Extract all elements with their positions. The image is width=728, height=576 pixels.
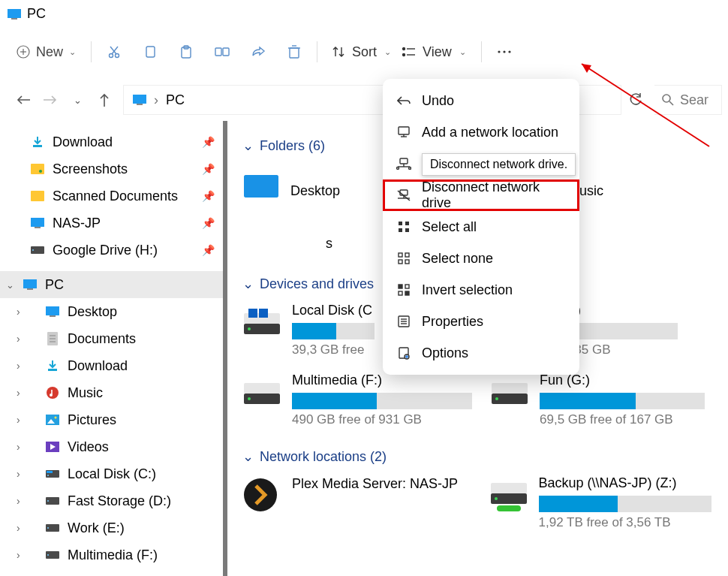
delete-icon[interactable] — [287, 44, 302, 59]
chevron-down-icon[interactable]: ⌄ — [6, 279, 14, 291]
new-button[interactable]: New ⌄ — [17, 44, 76, 60]
sidebar-item-music[interactable]: ›Music — [0, 379, 225, 406]
cm-invert-selection[interactable]: Invert selection — [383, 274, 579, 306]
up-button[interactable] — [96, 92, 113, 108]
drive-multi-f[interactable]: Multimedia (F:) 490 GB free of 931 GB — [242, 372, 468, 427]
sidebar-item-download[interactable]: ›Download — [0, 352, 225, 379]
cm-select-none[interactable]: Select none — [383, 243, 579, 274]
sidebar-item-download[interactable]: Download📌 — [0, 128, 225, 155]
network-grid: Plex Media Server: NAS-JP Backup (\\NAS-… — [242, 475, 713, 545]
svg-rect-94 — [399, 222, 402, 225]
sort-label: Sort — [352, 44, 377, 60]
cm-undo[interactable]: Undo — [383, 85, 579, 116]
sidebar-item-fastd[interactable]: ›Fast Storage (D:) — [0, 487, 225, 514]
svg-rect-44 — [48, 369, 57, 371]
search-icon — [662, 94, 674, 106]
svg-point-88 — [397, 167, 399, 170]
chevron-right-icon[interactable]: › — [17, 306, 20, 318]
pin-icon: 📌 — [202, 163, 215, 175]
sidebar-item-scanned[interactable]: Scanned Documents📌 — [0, 182, 225, 210]
svg-point-23 — [508, 50, 510, 53]
sidebar-item-worke[interactable]: ›Work (E:) — [0, 514, 225, 541]
svg-rect-95 — [405, 222, 409, 225]
svg-rect-25 — [137, 104, 143, 105]
copy-icon[interactable] — [143, 44, 158, 59]
tooltip: Disconnect network drive. — [422, 153, 576, 176]
svg-point-46 — [50, 394, 53, 397]
svg-rect-96 — [399, 228, 402, 232]
titlebar: PC — [0, 0, 728, 28]
svg-point-73 — [248, 397, 251, 400]
paste-icon[interactable] — [179, 44, 194, 59]
svg-rect-32 — [31, 218, 44, 227]
sidebar-item-pictures[interactable]: ›Pictures — [0, 406, 225, 433]
view-button[interactable]: View ⌄ — [402, 44, 466, 60]
cut-icon[interactable] — [107, 44, 122, 59]
folder-pictures[interactable]: s — [242, 217, 332, 270]
cm-select-all[interactable]: Select all — [383, 211, 579, 243]
drive-fun-g[interactable]: Fun (G:) 69,5 GB free of 167 GB — [490, 372, 700, 427]
svg-point-67 — [248, 327, 251, 330]
svg-rect-28 — [33, 145, 42, 147]
breadcrumb-location[interactable]: PC — [166, 92, 185, 108]
network-map-icon — [396, 156, 411, 171]
chevron-right-icon[interactable]: › — [17, 387, 20, 399]
sidebar-item-localc[interactable]: ›Local Disk (C:) — [0, 460, 225, 487]
chevron-right-icon[interactable]: › — [17, 441, 20, 453]
separator — [91, 41, 92, 62]
svg-point-56 — [47, 500, 49, 502]
svg-point-60 — [47, 554, 49, 556]
cm-options[interactable]: Options — [383, 337, 579, 369]
chevron-right-icon[interactable]: › — [17, 333, 20, 345]
svg-rect-101 — [405, 260, 409, 264]
svg-point-80 — [495, 497, 498, 500]
cm-disconnect-network[interactable]: Disconnect network drive — [383, 179, 579, 211]
forward-button[interactable] — [42, 92, 59, 108]
back-button[interactable] — [15, 92, 32, 108]
chevron-right-icon[interactable]: › — [17, 549, 20, 561]
svg-rect-39 — [50, 315, 56, 317]
svg-point-26 — [663, 95, 670, 102]
chevron-right-icon[interactable]: › — [17, 360, 20, 372]
sidebar-item-documents[interactable]: ›Documents — [0, 325, 225, 352]
chevron-right-icon[interactable]: › — [17, 522, 20, 534]
chevron-down-icon: ⌄ — [242, 276, 254, 292]
pin-icon: 📌 — [202, 244, 215, 256]
sidebar-item-videos[interactable]: ›Videos — [0, 433, 225, 460]
recent-button[interactable]: ⌄ — [69, 92, 86, 108]
sidebar-item-pc[interactable]: ⌄ PC — [0, 271, 225, 298]
refresh-button[interactable] — [627, 92, 644, 108]
cm-add-network[interactable]: Add a network location — [383, 116, 579, 148]
sidebar-item-desktop[interactable]: ›Desktop — [0, 298, 225, 325]
search-input[interactable]: Sear — [654, 85, 722, 115]
svg-rect-104 — [399, 291, 402, 295]
sidebar-item-screenshots[interactable]: Screenshots📌 — [0, 155, 225, 182]
svg-rect-100 — [399, 260, 402, 264]
chevron-down-icon: ⌄ — [69, 47, 76, 57]
window-title: PC — [27, 6, 46, 22]
network-backup-z[interactable]: Backup (\\NAS-JP) (Z:) 1,92 TB free of 3… — [489, 475, 714, 530]
new-label: New — [36, 44, 63, 60]
chevron-right-icon[interactable]: › — [17, 468, 20, 480]
drive-icon — [490, 377, 529, 407]
section-network[interactable]: ⌄Network locations (2) — [242, 448, 713, 465]
more-button[interactable] — [497, 44, 512, 59]
svg-line-27 — [669, 101, 673, 105]
chevron-down-icon: ⌄ — [242, 448, 254, 465]
network-plex[interactable]: Plex Media Server: NAS-JP — [242, 475, 467, 530]
toolbar: New ⌄ Sort ⌄ View ⌄ — [0, 28, 728, 79]
chevron-right-icon[interactable]: › — [17, 414, 20, 426]
chevron-right-icon[interactable]: › — [17, 495, 20, 507]
sidebar-item-gdrive[interactable]: Google Drive (H:)📌 — [0, 237, 225, 264]
sidebar-item-multif[interactable]: ›Multimedia (F:) — [0, 541, 225, 568]
cm-properties[interactable]: Properties — [383, 306, 579, 337]
svg-point-22 — [503, 50, 505, 53]
sort-button[interactable]: Sort ⌄ — [332, 44, 391, 60]
rename-icon[interactable] — [215, 44, 230, 59]
share-icon[interactable] — [251, 44, 266, 59]
folder-desktop[interactable]: Desktop — [242, 164, 370, 217]
separator — [481, 41, 482, 62]
drive-icon — [45, 493, 60, 508]
sidebar-item-nasjp[interactable]: NAS-JP📌 — [0, 210, 225, 237]
pin-icon: 📌 — [202, 136, 215, 148]
